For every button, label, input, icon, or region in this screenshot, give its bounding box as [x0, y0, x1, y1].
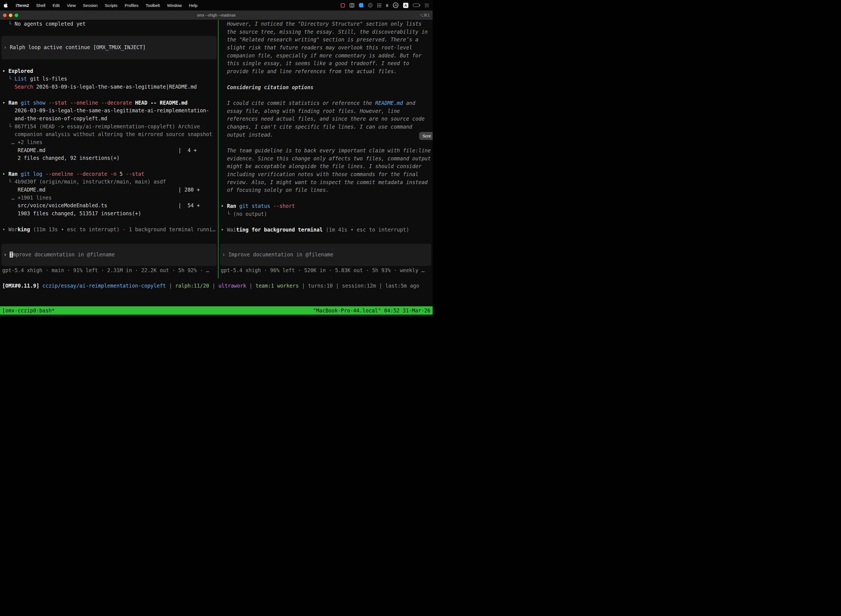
- terminal-line: 2 files changed, 92 insertions(+): [0, 154, 218, 162]
- terminal-line: • Waiting for background terminal (1m 41…: [218, 226, 433, 234]
- text-segment: including verification notes with those …: [221, 172, 418, 177]
- terminal-line: [218, 218, 433, 226]
- text-segment: Improve documentation in @filename: [228, 252, 333, 258]
- text-segment: last:5m ago: [385, 283, 419, 289]
- text-segment: (11m 13s • esc to interrupt) · 1 backgro…: [33, 227, 215, 232]
- text-segment: of focusing solely on file lines.: [221, 187, 329, 193]
- terminal-pane-right[interactable]: However, I noticed the "Directory Struct…: [218, 20, 433, 279]
- terminal-line: including verification notes with those …: [218, 170, 433, 179]
- terminal-window: └ No agents completed yet › Ralph loop a…: [0, 20, 433, 317]
- window-shortcut-badge: ⌥⌘1: [419, 13, 433, 18]
- terminal-line: changes, I can't cite specific file line…: [218, 123, 433, 131]
- gauge-icon[interactable]: .61: [393, 3, 399, 8]
- right-pane-bottom: › Improve documentation in @filenamegpt-…: [218, 244, 433, 274]
- terminal-line: might be acceptable alongside the file l…: [218, 163, 433, 170]
- text-segment: •: [221, 227, 227, 233]
- menu-item-help[interactable]: Help: [189, 3, 198, 8]
- terminal-line: review. Also, I might want to inspect th…: [218, 179, 433, 186]
- close-button[interactable]: [3, 13, 7, 17]
- terminal-line: • Ran git status --short: [218, 202, 433, 210]
- terminal-line: I could cite commit statistics or refere…: [218, 99, 433, 107]
- tmux-session-label: [omx-cczip0:bash*: [0, 308, 55, 314]
- menu-item-profiles[interactable]: Profiles: [125, 3, 139, 8]
- input-source-icon[interactable]: A: [403, 3, 408, 8]
- terminal-line: [0, 91, 218, 99]
- terminal-pane-left[interactable]: └ No agents completed yet › Ralph loop a…: [0, 20, 218, 279]
- text-segment: README.md: [375, 100, 403, 106]
- text-segment: slight risk that future readers may over…: [221, 45, 412, 50]
- text-segment: [42, 171, 45, 177]
- dots-grid-icon[interactable]: [377, 3, 381, 7]
- menu-item-window[interactable]: Window: [167, 3, 182, 8]
- terminal-line: └ No agents completed yet: [0, 20, 218, 28]
- terminal-line: [218, 139, 433, 147]
- terminal-line: essay file, along with finding root file…: [218, 107, 433, 115]
- terminal-line: [0, 162, 218, 170]
- screen-recording-icon[interactable]: [341, 3, 345, 7]
- text-segment: evidence. Since this change only affects…: [221, 155, 431, 161]
- text-segment: 4b9d30f (origin/main, instructkr/main, m…: [15, 179, 166, 185]
- right-pane-content: However, I noticed the "Directory Struct…: [218, 20, 433, 234]
- text-segment: | 4 +: [45, 147, 197, 153]
- text-segment: gpt-5.4 xhigh · 96% left · 520K in · 5.8…: [221, 267, 425, 273]
- text-segment: changes, I can't cite specific file line…: [221, 124, 412, 130]
- text-segment: … +2 lines: [2, 139, 42, 145]
- text-segment: ralph:11/20: [175, 283, 209, 289]
- terminal-line: this single essay, it seems like a good …: [218, 60, 433, 67]
- text-segment: session:12m: [342, 283, 376, 289]
- terminal-line: gpt-5.4 xhigh · 96% left · 520K in · 5.8…: [218, 267, 433, 274]
- text-segment: turns:10: [308, 283, 333, 289]
- text-segment: king: [18, 227, 30, 232]
- menu-item-edit[interactable]: Edit: [53, 3, 60, 8]
- text-segment: |: [299, 283, 308, 289]
- text-cursor: I: [10, 252, 13, 258]
- text-segment: •: [221, 203, 227, 209]
- apple-menu-icon[interactable]: [4, 3, 9, 8]
- window-grid-icon[interactable]: [350, 3, 354, 7]
- menu-item-app-name[interactable]: iTerm2: [16, 3, 29, 8]
- text-segment: However, I noticed the "Directory Struct…: [221, 21, 422, 27]
- terminal-line: [0, 28, 218, 36]
- menu-bar-status-area: 8 .61 A: [341, 3, 429, 8]
- text-segment: |: [209, 283, 218, 289]
- terminal-line: gpt-5.4 xhigh · main · 91% left · 2.31M …: [0, 267, 218, 274]
- terminal-line: references need actual files, and since …: [218, 115, 433, 123]
- text-segment: •: [2, 227, 8, 232]
- battery-icon[interactable]: [413, 4, 420, 7]
- text-segment: [OMX#0.11.9]: [2, 283, 42, 289]
- prompt-input[interactable]: › Improve documentation in @filename: [220, 244, 431, 266]
- terminal-line: README.md | 4 +: [0, 147, 218, 154]
- number-8-icon[interactable]: 8: [386, 3, 388, 8]
- minimize-button[interactable]: [9, 13, 12, 17]
- terminal-line: … +2 lines: [0, 139, 218, 147]
- text-segment: | 280 +: [45, 187, 200, 193]
- prompt-input[interactable]: › Improve documentation in @filename: [1, 244, 217, 266]
- text-segment: ›: [4, 252, 10, 258]
- terminal-line: … +1901 lines: [0, 194, 218, 202]
- terminal-line: [0, 218, 218, 226]
- menu-item-scripts[interactable]: Scripts: [105, 3, 117, 8]
- terminal-line: slight risk that future readers may over…: [218, 44, 433, 52]
- left-pane-content: └ No agents completed yet › Ralph loop a…: [0, 20, 218, 233]
- screen-share-popup[interactable]: Scre: [419, 132, 433, 140]
- text-segment: Explored: [8, 68, 33, 74]
- window-title-bar: omx --xhigh --madmax ⌥⌘1: [0, 10, 433, 20]
- terminal-line: › Improve documentation in @filename: [1, 251, 217, 259]
- text-segment: README.md: [2, 147, 45, 153]
- menu-item-session[interactable]: Session: [83, 3, 98, 8]
- text-segment: └: [2, 124, 15, 129]
- terminal-line: └ (no output): [218, 210, 433, 218]
- text-segment: I could cite commit statistics or refere…: [221, 100, 375, 106]
- zoom-button[interactable]: [15, 13, 18, 17]
- dark-app-icon[interactable]: [368, 3, 372, 7]
- text-segment: └: [2, 21, 15, 27]
- blue-app-icon[interactable]: [359, 3, 363, 7]
- menu-item-view[interactable]: View: [67, 3, 76, 8]
- menu-item-shell[interactable]: Shell: [36, 3, 45, 8]
- text-segment: List: [15, 76, 27, 82]
- terminal-line: companion file, especially if more comme…: [218, 52, 433, 60]
- text-segment: git show: [21, 100, 45, 106]
- menu-item-toolbelt[interactable]: Toolbelt: [146, 3, 160, 8]
- text-segment: 067f154 (HEAD -> essay/ai-reimplementati…: [15, 124, 200, 129]
- control-center-icon[interactable]: [425, 4, 429, 7]
